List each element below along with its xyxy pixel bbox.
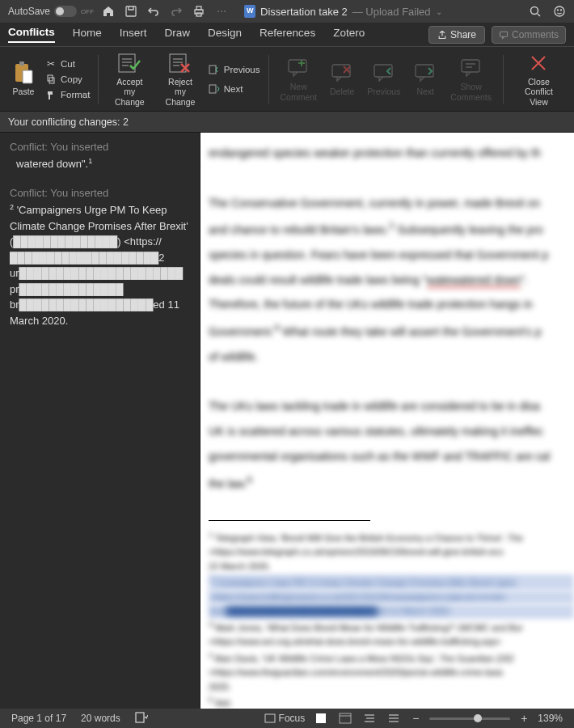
delete-comment-button[interactable]: Delete [327,57,357,100]
reject-label: Reject my Change [162,77,199,108]
svg-rect-24 [265,714,275,722]
document-title[interactable]: Dissertation take 2 — Upload Failed ⌄ [244,5,442,18]
tab-design[interactable]: Design [208,27,242,42]
outline-view[interactable] [361,712,378,725]
svg-rect-20 [374,65,392,77]
footnote-text: <https://www.wcl.org.uk/what-does-brexit… [209,635,574,650]
body-text: endangered species weaker protection tha… [209,141,574,166]
toggle-switch[interactable] [54,6,77,17]
tab-conflicts[interactable]: Conflicts [8,26,55,43]
share-button[interactable]: Share [428,26,485,44]
show-comments-icon [459,56,483,80]
body-text: The UKs laws tackling trade in wildlife … [209,394,574,419]
home-icon[interactable] [102,5,115,18]
reject-icon [168,51,192,75]
copy-icon [45,74,57,85]
delete-icon [330,61,354,85]
undo-icon[interactable] [147,5,160,18]
next-button[interactable]: Next [209,83,260,95]
comments-button[interactable]: Comments [492,26,566,44]
body-text: Therefore, the future of the UKs wildlif… [209,292,574,317]
page-indicator[interactable]: Page 1 of 17 [11,713,66,724]
svg-rect-18 [289,60,306,72]
more-icon[interactable]: ⋯ [215,5,228,18]
document-canvas[interactable]: endangered species weaker protection tha… [200,133,574,709]
conflicts-sidebar: Conflict: You inserted watered down".1 C… [0,133,200,709]
paste-button[interactable]: Paste [8,57,39,100]
tab-draw[interactable]: Draw [165,27,191,42]
footnote-text: 3 Mark Jones, 'What Does Brexit Mean for… [209,619,574,635]
footnote-text: brex████████████████████████ed 11 March … [209,604,574,619]
word-doc-icon [244,5,255,18]
paste-label: Paste [13,87,35,97]
print-icon[interactable] [192,5,205,18]
titlebar-icons: ⋯ [102,5,228,18]
body-text: species in question. Fears have been exp… [209,243,574,268]
document-page: endangered species weaker protection tha… [200,133,574,709]
cut-button[interactable]: ✂Cut [45,57,90,70]
zoom-slider[interactable] [429,717,510,720]
comments-label: Comments [512,29,559,40]
tab-zotero[interactable]: Zotero [333,27,365,42]
body-text: of wildlife. [209,345,574,370]
show-comments-button[interactable]: Show Comments [447,53,495,105]
save-icon[interactable] [125,5,137,18]
footnote-text: 2020. [209,680,574,695]
search-icon[interactable] [529,5,542,18]
conflict-item[interactable]: Conflict: You inserted watered down".1 [10,141,190,172]
autosave-label: AutoSave [8,6,50,17]
focus-mode[interactable]: Focus [264,713,306,724]
zoom-level[interactable]: 139% [538,713,563,724]
zoom-thumb[interactable] [474,714,482,722]
svg-rect-22 [462,60,479,72]
svg-rect-8 [500,32,507,36]
share-icon [437,30,447,40]
title-bar: AutoSave OFF ⋯ Dissertation take 2 — Upl… [0,0,574,23]
draft-view[interactable] [386,712,402,725]
next-comment-button[interactable]: Next [410,57,441,100]
prev-comment-icon [372,61,396,85]
format-button[interactable]: Format [45,88,90,101]
accept-label: Accept my Change [110,77,149,108]
ribbon-tabs: Conflicts Home Insert Draw Design Refere… [0,23,574,47]
close-conflict-view-button[interactable]: Close Conflict View [512,48,566,111]
footnote-divider [209,520,370,521]
previous-comment-button[interactable]: Previous [364,57,403,100]
autosave-state: OFF [81,8,94,15]
tab-home[interactable]: Home [73,27,102,42]
prev-comment-label: Previous [367,87,400,97]
svg-rect-11 [23,70,32,83]
print-layout-view[interactable] [313,712,329,725]
web-layout-view[interactable] [337,712,353,725]
accept-icon [117,51,141,75]
zoom-out-button[interactable]: − [410,712,421,725]
tab-references[interactable]: References [260,27,315,42]
zoom-in-button[interactable]: + [518,712,530,725]
new-comment-button[interactable]: New Comment [276,53,320,105]
previous-button[interactable]: Previous [209,63,260,76]
reject-change-button[interactable]: Reject my Change [158,48,202,111]
emoji-icon[interactable] [553,5,566,18]
svg-rect-16 [209,66,216,74]
format-icon [45,89,57,100]
svg-rect-17 [209,85,216,93]
tab-insert[interactable]: Insert [120,27,147,42]
new-comment-icon [286,56,310,80]
svg-rect-25 [316,713,326,723]
main-area: Conflict: You inserted watered down".1 C… [0,133,574,709]
svg-rect-3 [196,13,201,16]
next-comment-icon [413,61,437,85]
spellcheck-icon[interactable] [135,712,148,726]
conflict-body: 2 'Campaigners Urge PM To Keep Climate C… [10,202,190,328]
conflict-head: Conflict: You inserted [10,141,190,153]
conflict-item[interactable]: Conflict: You inserted 2 'Campaigners Ur… [10,187,190,328]
status-bar: Page 1 of 17 20 words Focus − + 139% [0,709,574,728]
svg-rect-2 [196,6,201,10]
word-count[interactable]: 20 words [81,713,120,724]
copy-button[interactable]: Copy [45,73,90,86]
accept-change-button[interactable]: Accept my Change [107,48,152,111]
svg-rect-0 [126,6,136,16]
autosave-toggle[interactable]: AutoSave OFF [8,6,94,17]
redo-icon[interactable] [170,5,183,18]
chevron-down-icon[interactable]: ⌄ [436,7,442,16]
